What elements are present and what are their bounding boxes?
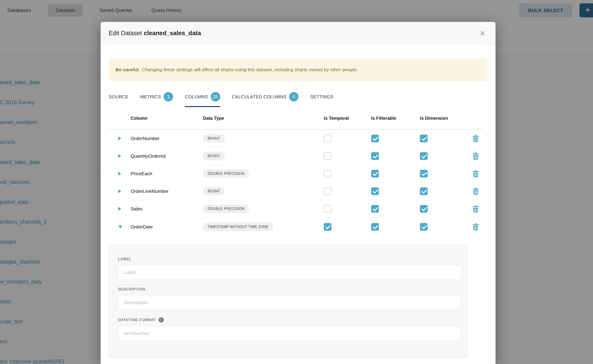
is-dimension-checkbox[interactable] xyxy=(420,135,428,142)
expand-caret-icon[interactable] xyxy=(118,136,121,141)
trash-icon[interactable] xyxy=(472,152,479,160)
description-input[interactable] xyxy=(118,295,461,310)
is-dimension-checkbox[interactable] xyxy=(420,223,428,231)
datetime-format-input[interactable] xyxy=(118,326,461,341)
expand-caret-cell xyxy=(109,172,131,176)
delete-cell xyxy=(469,152,483,160)
column-name: PriceEach xyxy=(131,171,203,176)
column-name: Sales xyxy=(131,206,203,212)
is-dimension-header: Is Dimension xyxy=(420,116,469,121)
tab[interactable]: CALCULATED COLUMNS 0 xyxy=(232,88,299,107)
is-temporal-header: Is Temporal xyxy=(324,116,371,121)
label-input[interactable] xyxy=(118,265,461,280)
column-row: OrderLineNumber BIGINT xyxy=(109,182,483,200)
delete-cell xyxy=(469,188,483,195)
is-dimension-checkbox[interactable] xyxy=(420,152,428,160)
datetime-format-label-text: DATETIME FORMAT xyxy=(118,318,156,322)
is-filterable-checkbox[interactable] xyxy=(371,135,379,142)
is-filterable-cell xyxy=(371,170,420,177)
expand-caret-icon[interactable] xyxy=(118,207,121,211)
is-temporal-checkbox[interactable] xyxy=(324,170,331,177)
trash-icon[interactable] xyxy=(472,170,479,177)
expand-caret-icon[interactable] xyxy=(118,189,121,193)
data-type-pill: DOUBLE PRECISION xyxy=(203,205,249,213)
is-temporal-cell xyxy=(324,205,371,213)
data-type-pill: BIGINT xyxy=(203,152,225,160)
trash-icon[interactable] xyxy=(472,205,479,212)
column-header: Column xyxy=(131,116,203,121)
data-type-cell: DOUBLE PRECISION xyxy=(203,205,324,213)
tab[interactable]: SETTINGS xyxy=(310,88,333,107)
tab[interactable]: METRICS 1 xyxy=(140,88,173,107)
is-filterable-checkbox[interactable] xyxy=(371,152,379,160)
column-row: PriceEach DOUBLE PRECISION xyxy=(109,165,483,182)
data-type-cell: BIGINT xyxy=(203,152,324,160)
is-temporal-cell xyxy=(324,187,371,195)
description-field-label: DESCRIPTION xyxy=(118,287,461,292)
data-type-cell: TIMESTAMP WITHOUT TIME ZONE xyxy=(203,223,324,231)
tab[interactable]: COLUMNS 25 xyxy=(185,88,220,107)
columns-table: Column Data Type Is Temporal Is Filterab… xyxy=(109,107,483,236)
tab-label: SOURCE xyxy=(109,94,128,99)
is-temporal-checkbox[interactable] xyxy=(324,187,331,195)
is-dimension-checkbox[interactable] xyxy=(420,205,428,213)
column-row: QuantityOrdered BIGINT xyxy=(109,147,483,165)
delete-cell xyxy=(469,223,483,230)
is-dimension-checkbox[interactable] xyxy=(420,187,428,195)
expand-caret-cell xyxy=(109,154,131,158)
is-filterable-checkbox[interactable] xyxy=(371,223,379,231)
tab-label: METRICS xyxy=(140,94,161,99)
is-dimension-cell xyxy=(420,170,469,177)
label-field-label-text: LABEL xyxy=(118,257,131,261)
is-filterable-cell xyxy=(371,223,420,231)
data-type-cell: BIGINT xyxy=(203,134,324,143)
is-temporal-checkbox[interactable] xyxy=(324,152,331,160)
column-name: OrderDate xyxy=(131,224,203,230)
expand-caret-icon[interactable] xyxy=(118,172,121,176)
is-temporal-cell xyxy=(324,135,371,142)
data-type-cell: DOUBLE PRECISION xyxy=(203,169,324,178)
expand-caret-icon[interactable] xyxy=(118,226,122,228)
datetime-format-field-label: DATETIME FORMAT i xyxy=(118,317,461,323)
tab[interactable]: SOURCE xyxy=(109,88,128,107)
tab-count-badge: 0 xyxy=(289,92,298,102)
delete-cell xyxy=(469,170,483,177)
column-detail-panel: LABEL DESCRIPTION DATETIME FORMAT i xyxy=(109,245,467,357)
tab-label: SETTINGS xyxy=(310,94,333,99)
edit-dataset-modal: Edit Datasetcleaned_sales_data ✕ Be care… xyxy=(101,22,495,364)
close-icon[interactable]: ✕ xyxy=(477,30,488,37)
is-filterable-header: Is Filterable xyxy=(371,116,420,121)
is-filterable-cell xyxy=(371,187,420,195)
label-field-label: LABEL xyxy=(118,257,461,261)
is-temporal-cell xyxy=(324,170,371,177)
is-dimension-cell xyxy=(420,135,469,142)
modal-header: Edit Datasetcleaned_sales_data ✕ xyxy=(101,22,495,45)
modal-body: Be careful. Changing these settings will… xyxy=(101,58,495,357)
info-icon[interactable]: i xyxy=(159,317,164,323)
expand-caret-icon[interactable] xyxy=(118,154,121,158)
trash-icon[interactable] xyxy=(472,188,479,195)
warning-bold-text: Be careful. xyxy=(116,67,140,72)
is-filterable-checkbox[interactable] xyxy=(371,187,379,195)
data-type-pill: TIMESTAMP WITHOUT TIME ZONE xyxy=(203,223,273,231)
datetime-format-field-group: DATETIME FORMAT i xyxy=(118,317,461,341)
modal-tabs: SOURCE METRICS 1 COLUMNS 25 CALCUL xyxy=(109,88,488,107)
app-screen: Databases Datasets Saved Queries Query H… xyxy=(0,0,593,364)
is-temporal-checkbox[interactable] xyxy=(324,223,331,231)
is-dimension-cell xyxy=(420,187,469,195)
column-name: OrderNumber xyxy=(131,136,203,141)
is-dimension-checkbox[interactable] xyxy=(420,170,428,177)
is-dimension-cell xyxy=(420,152,469,160)
expand-caret-cell xyxy=(109,207,131,211)
trash-icon[interactable] xyxy=(472,135,479,142)
warning-text: Changing these settings will affect all … xyxy=(142,67,358,72)
is-temporal-cell xyxy=(324,223,371,231)
column-row: Sales DOUBLE PRECISION xyxy=(109,200,483,218)
is-dimension-cell xyxy=(420,223,469,231)
is-temporal-checkbox[interactable] xyxy=(324,135,331,142)
is-filterable-checkbox[interactable] xyxy=(371,205,379,213)
modal-title-dataset: cleaned_sales_data xyxy=(144,30,201,37)
trash-icon[interactable] xyxy=(472,223,479,230)
is-filterable-checkbox[interactable] xyxy=(371,170,379,177)
is-temporal-checkbox[interactable] xyxy=(324,205,331,213)
